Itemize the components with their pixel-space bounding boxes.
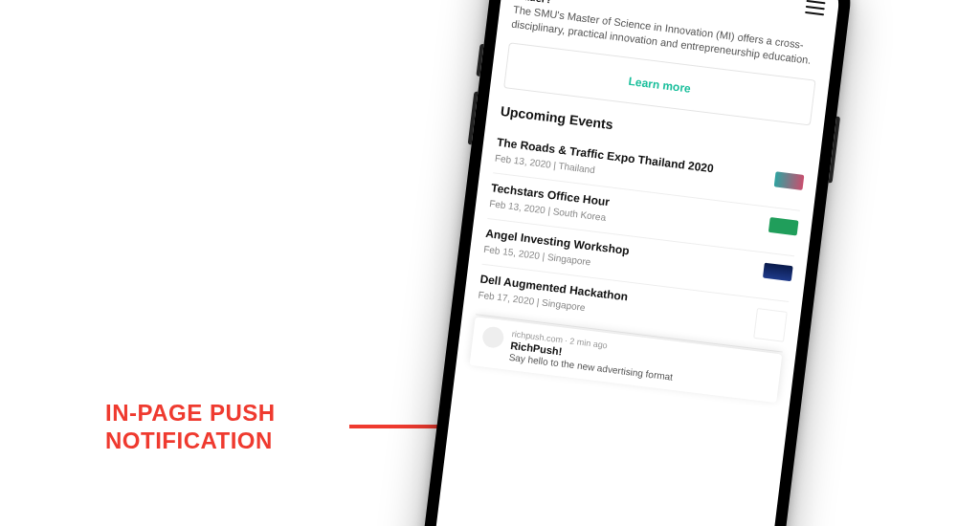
annotation-callout: IN-PAGE PUSH NOTIFICATION [105, 400, 276, 455]
push-avatar-icon [481, 325, 505, 349]
learn-more-link[interactable]: Learn more [628, 75, 692, 96]
hamburger-menu-icon[interactable] [805, 0, 826, 15]
phone-mockup: e27.co e27 leader? Th [415, 0, 856, 526]
event-thumbnail [763, 262, 793, 281]
annotation-line2: NOTIFICATION [105, 427, 276, 455]
event-thumbnail [768, 217, 799, 236]
event-thumbnail [774, 171, 805, 190]
annotation-line1: IN-PAGE PUSH [105, 400, 276, 427]
event-thumbnail [753, 308, 788, 342]
